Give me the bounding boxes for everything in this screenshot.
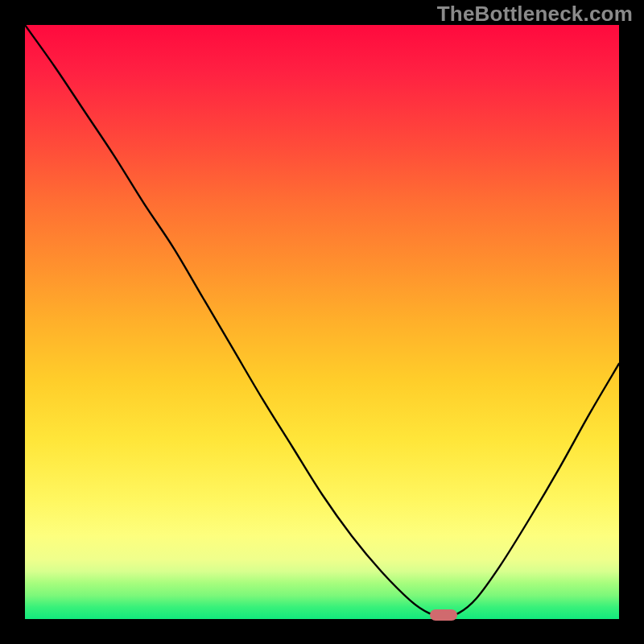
plot-area [25, 25, 619, 619]
bottleneck-curve [25, 25, 619, 619]
watermark-label: TheBottleneck.com [437, 2, 633, 27]
optimum-marker [430, 609, 457, 621]
chart-container: TheBottleneck.com [0, 0, 644, 644]
